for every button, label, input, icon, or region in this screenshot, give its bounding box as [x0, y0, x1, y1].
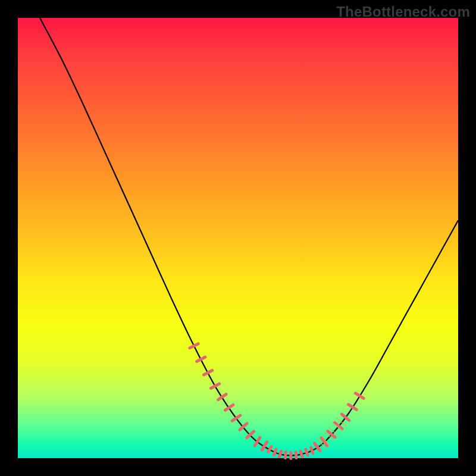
- chart-svg: [18, 18, 458, 458]
- svg-line-3: [211, 384, 219, 388]
- svg-line-0: [190, 344, 198, 348]
- svg-line-16: [349, 405, 357, 409]
- svg-line-21: [279, 451, 281, 456]
- svg-line-20: [274, 449, 276, 455]
- bottleneck-curve: [40, 18, 458, 456]
- svg-line-25: [300, 451, 302, 456]
- svg-line-1: [197, 357, 205, 361]
- svg-line-27: [311, 447, 313, 453]
- chart-plot-area: [18, 18, 458, 458]
- svg-line-22: [285, 452, 286, 458]
- svg-line-6: [232, 415, 240, 421]
- svg-line-2: [204, 371, 212, 375]
- svg-line-26: [306, 449, 308, 455]
- svg-line-9: [255, 437, 259, 446]
- chart-frame: TheBottleneck.com: [0, 0, 476, 476]
- curve-ticks-left: [190, 344, 267, 450]
- svg-line-24: [296, 452, 296, 458]
- svg-line-19: [268, 447, 271, 452]
- watermark-text: TheBottleneck.com: [336, 4, 470, 20]
